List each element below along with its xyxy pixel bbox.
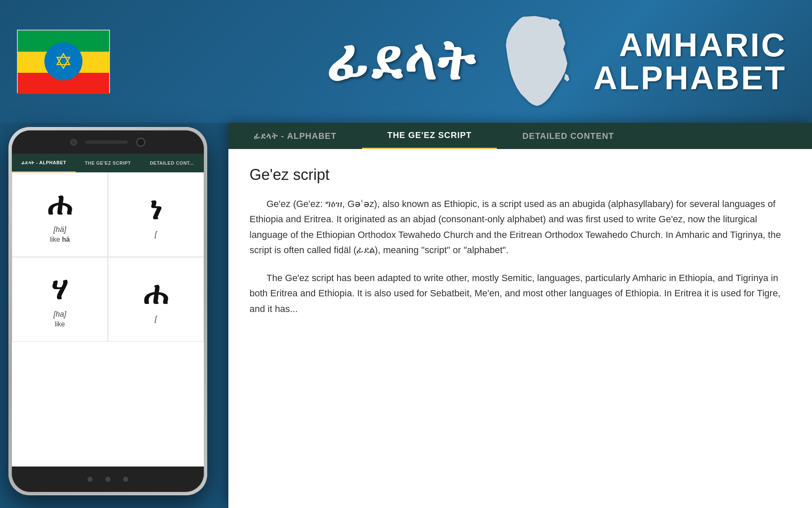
app-nav-geez[interactable]: THE GE'EZ SCRIPT [362, 123, 497, 149]
phone-nav-detailed[interactable]: DETAILED CONT... [140, 154, 204, 172]
app-content-area: Ge'ez script Ge'ez (Ge'ez: ግዕዝ, Gəʿəz), … [228, 149, 812, 346]
phone-inner: ፊደላት - ALPHABET THE GE'EZ SCRIPT DETAILE… [12, 130, 204, 492]
amharic-title-text: ፊደላት [328, 29, 476, 94]
app-nav-detailed[interactable]: DETAILED CONTENT [497, 123, 639, 149]
app-title: AMHARIC ALPHABET [593, 28, 787, 94]
phone-letter-romanization-y: [ha] [53, 310, 66, 319]
ethiopian-flag: ✡ [17, 30, 110, 93]
flag-emblem: ✡ [44, 42, 82, 80]
geez-paragraph-2: The Ge'ez script has been adapted to wri… [250, 271, 791, 317]
phone-bottom-bar [12, 467, 204, 492]
phone-alphabet-grid: ሐ [hä] like hä ነ [ ሃ [ha] [12, 172, 204, 342]
phone-letter-bold-ha: hä [62, 236, 70, 243]
phone-dot-1 [88, 477, 93, 482]
phone-camera-main [136, 138, 145, 147]
phone-letter-romanization-ha: [hä] [53, 225, 66, 234]
phone-letter-char-ha: ሐ [47, 188, 72, 221]
phone-letter-char-y: ሃ [52, 273, 68, 306]
star-icon: ✡ [54, 50, 73, 72]
phone-letter-desc-y: like [55, 320, 65, 328]
phone-dot-3 [123, 477, 128, 482]
app-nav-bar: ፊደላት - ALPHABET THE GE'EZ SCRIPT DETAILE… [228, 123, 812, 149]
phone-letter-char-ha2: ሐ [143, 277, 168, 311]
phone-letter-cell-ne: ነ [ [108, 172, 204, 257]
phone-dot-2 [105, 477, 110, 482]
app-screen: ፊደላት - ALPHABET THE GE'EZ SCRIPT DETAILE… [228, 123, 812, 508]
phone-camera-left [70, 139, 77, 146]
phone-nav-alphabet[interactable]: ፊደላት - ALPHABET [12, 154, 76, 172]
main-content: ፊደላት - ALPHABET THE GE'EZ SCRIPT DETAILE… [0, 123, 812, 508]
africa-svg [493, 15, 577, 108]
phone-letter-romanization-ha2: [ [155, 315, 157, 323]
header-banner: ✡ ፊደላት AMHARIC ALPHABET [0, 0, 812, 123]
phone-letter-romanization-ne: [ [155, 230, 157, 239]
africa-map-icon [493, 15, 577, 108]
geez-section-title: Ge'ez script [250, 166, 791, 184]
phone-mockup: ፊደላት - ALPHABET THE GE'EZ SCRIPT DETAILE… [0, 123, 216, 508]
app-nav-alphabet[interactable]: ፊደላት - ALPHABET [228, 123, 362, 149]
phone-top-bar [12, 130, 204, 154]
phone-letter-char-ne: ነ [150, 193, 162, 226]
phone-letter-cell-y: ሃ [ha] like [12, 257, 108, 342]
flag-stripe-yellow: ✡ [18, 52, 109, 73]
phone-nav-geez[interactable]: THE GE'EZ SCRIPT [76, 154, 140, 172]
geez-paragraph-1: Ge'ez (Ge'ez: ግዕዝ, Gəʿəz), also known as… [250, 196, 791, 258]
phone-speaker [85, 141, 128, 144]
phone-nav-bar: ፊደላት - ALPHABET THE GE'EZ SCRIPT DETAILE… [12, 154, 204, 172]
app-title-line2: ALPHABET [593, 61, 787, 94]
app-title-line1: AMHARIC [593, 28, 787, 61]
phone-letter-desc-ha: like hä [50, 236, 70, 243]
phone-letter-cell-ha: ሐ [hä] like hä [12, 172, 108, 257]
phone-outer-shell: ፊደላት - ALPHABET THE GE'EZ SCRIPT DETAILE… [8, 127, 207, 495]
phone-screen: ፊደላት - ALPHABET THE GE'EZ SCRIPT DETAILE… [12, 154, 204, 467]
phone-letter-cell-ha2: ሐ [ [108, 257, 204, 342]
